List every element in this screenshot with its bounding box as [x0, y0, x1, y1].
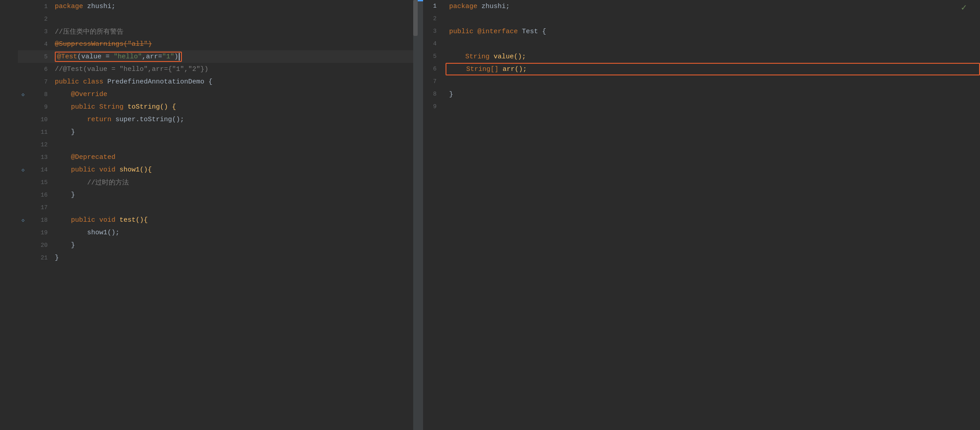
- code-line[interactable]: 7public class PredefinedAnnotationDemo {: [18, 75, 413, 88]
- right-code-token: String: [449, 53, 494, 61]
- left-code-area[interactable]: 1package zhushi;23//压住类中的所有警告4@SuppressW…: [18, 0, 418, 430]
- code-token: void: [99, 216, 119, 224]
- code-line[interactable]: 16 }: [18, 189, 413, 201]
- gutter-icon: ◇: [22, 167, 35, 173]
- line-number: 18: [35, 217, 48, 224]
- code-line[interactable]: 21}: [18, 251, 413, 264]
- code-token: @Deprecated: [55, 154, 115, 161]
- code-token: class: [83, 78, 107, 86]
- code-token: public: [55, 166, 99, 174]
- right-code-token: zhushi;: [481, 3, 510, 10]
- right-line-number: 8: [433, 88, 441, 101]
- right-line-number: 7: [433, 75, 441, 88]
- right-code-line[interactable]: String[] arr();: [446, 63, 980, 75]
- code-token: show1(){: [119, 166, 152, 174]
- code-line[interactable]: 4@SuppressWarnings("all"): [18, 38, 413, 50]
- boxed-code: @Test(value = "hello",arr="1"): [55, 52, 182, 62]
- code-line[interactable]: 15 //过时的方法: [18, 176, 413, 189]
- code-token: //@Test(value = "hello",arr={"1","2"}): [55, 66, 208, 73]
- code-line[interactable]: 11 }: [18, 126, 413, 138]
- right-code-line[interactable]: public @interface Test {: [446, 25, 980, 38]
- line-number: 12: [35, 141, 48, 148]
- code-token: zhushi;: [87, 3, 115, 10]
- line-number: 21: [35, 254, 48, 261]
- code-token: super.toString();: [115, 116, 184, 123]
- code-line[interactable]: 5@Test(value = "hello",arr="1"): [18, 50, 413, 63]
- code-token: //压住类中的所有警告: [55, 27, 124, 36]
- right-panel[interactable]: 123456789 package zhushi;public @interfa…: [423, 0, 980, 430]
- line-number: 8: [35, 91, 48, 98]
- code-line[interactable]: 10 return super.toString();: [18, 113, 413, 126]
- right-line-number: 6: [433, 63, 441, 75]
- code-token: return: [55, 116, 115, 123]
- code-token: String: [99, 103, 128, 111]
- left-panel[interactable]: 1package zhushi;23//压住类中的所有警告4@SuppressW…: [0, 0, 418, 430]
- right-line-number: 1: [433, 0, 441, 13]
- code-line[interactable]: 20 }: [18, 239, 413, 251]
- line-number: 10: [35, 116, 48, 123]
- code-line[interactable]: ◇8 @Override: [18, 88, 413, 101]
- line-number: 7: [35, 79, 48, 85]
- gutter-icon: ◇: [22, 217, 35, 223]
- right-code-line[interactable]: package zhushi;: [446, 0, 980, 13]
- line-number: 19: [35, 229, 48, 236]
- line-number: 4: [35, 41, 48, 48]
- code-token: @SuppressWarnings("all"): [55, 40, 152, 48]
- right-line-numbers: 123456789: [423, 0, 446, 430]
- right-code-token: arr();: [503, 66, 527, 73]
- code-line[interactable]: 13 @Deprecated: [18, 151, 413, 163]
- line-number: 16: [35, 192, 48, 198]
- code-line[interactable]: 12: [18, 138, 413, 151]
- right-code-token: value();: [494, 53, 526, 61]
- code-token: }: [55, 191, 75, 199]
- code-line[interactable]: 17: [18, 201, 413, 214]
- right-code-line[interactable]: [446, 101, 980, 113]
- right-code-line[interactable]: [446, 38, 980, 50]
- code-token: test(){: [119, 216, 148, 224]
- right-code-line[interactable]: [446, 13, 980, 25]
- line-number: 15: [35, 179, 48, 186]
- gutter-icon: ◇: [22, 92, 35, 97]
- code-token: PredefinedAnnotationDemo {: [107, 78, 212, 86]
- scroll-progress-indicator: [418, 0, 423, 1]
- code-token: }: [55, 128, 75, 136]
- panel-divider: [418, 0, 423, 430]
- code-line[interactable]: ◇14 public void show1(){: [18, 163, 413, 176]
- right-line-number: 2: [433, 13, 441, 25]
- code-token: show1();: [55, 229, 119, 237]
- line-number: 6: [35, 66, 48, 73]
- code-token: public: [55, 103, 99, 111]
- line-number: 2: [35, 16, 48, 22]
- right-code-token: public: [449, 28, 477, 35]
- line-number: 20: [35, 242, 48, 249]
- right-line-number: 3: [433, 25, 441, 38]
- right-code-token: String[]: [450, 66, 503, 73]
- code-line[interactable]: 6//@Test(value = "hello",arr={"1","2"}): [18, 63, 413, 75]
- code-token: package: [55, 3, 87, 10]
- line-number: 11: [35, 129, 48, 136]
- code-token: public: [55, 216, 99, 224]
- code-line[interactable]: 1package zhushi;: [18, 0, 413, 13]
- editor-container: 1package zhushi;23//压住类中的所有警告4@SuppressW…: [0, 0, 980, 430]
- code-line[interactable]: 2: [18, 13, 413, 25]
- right-code-token: interface: [481, 28, 518, 35]
- code-line[interactable]: ◇18 public void test(){: [18, 214, 413, 226]
- code-line[interactable]: 3//压住类中的所有警告: [18, 25, 413, 38]
- right-line-number: 9: [433, 101, 441, 113]
- right-code-line[interactable]: [446, 75, 980, 88]
- right-code-line[interactable]: }: [446, 88, 980, 101]
- checkmark-icon: ✓: [961, 2, 967, 13]
- right-code-area[interactable]: package zhushi;public @interface Test { …: [446, 0, 980, 430]
- right-code-token: }: [449, 91, 453, 98]
- right-code-line[interactable]: String value();: [446, 50, 980, 63]
- code-token: @Override: [55, 91, 107, 98]
- right-code-token: Test {: [518, 28, 546, 35]
- code-token: public: [55, 78, 83, 86]
- line-number: 13: [35, 154, 48, 161]
- line-number: 5: [35, 53, 48, 60]
- line-number: 3: [35, 28, 48, 35]
- code-line[interactable]: 9 public String toString() {: [18, 101, 413, 113]
- line-number: 17: [35, 204, 48, 211]
- code-line[interactable]: 19 show1();: [18, 226, 413, 239]
- code-token: void: [99, 166, 119, 174]
